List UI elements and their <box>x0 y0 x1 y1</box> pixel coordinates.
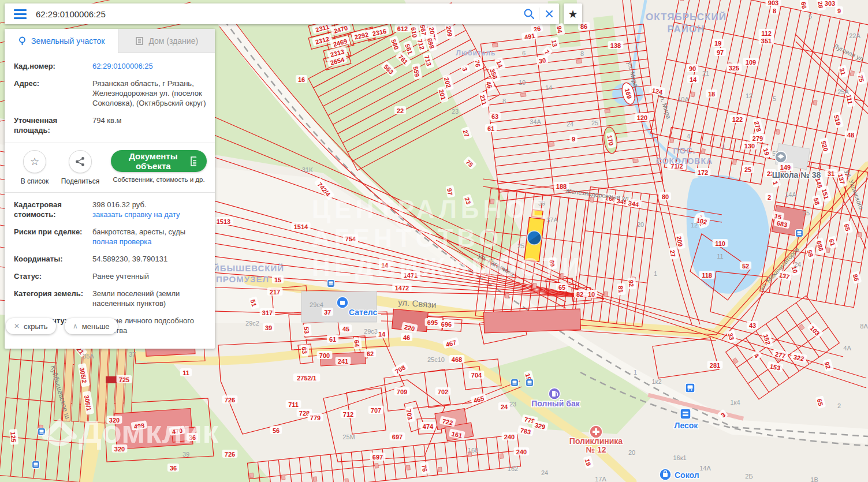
parcel-label: 241 <box>336 357 351 365</box>
svg-text:56: 56 <box>273 427 280 434</box>
search-icon[interactable] <box>519 4 539 24</box>
svg-text:61: 61 <box>329 336 336 343</box>
search-input[interactable] <box>35 9 519 20</box>
parcel-label: 82 <box>574 290 586 298</box>
district-label: РАЙОН <box>668 24 705 35</box>
svg-text:2Б: 2Б <box>745 473 752 480</box>
svg-text:39: 39 <box>265 324 272 331</box>
parcel-label: 725 <box>117 375 132 383</box>
svg-text:11: 11 <box>182 369 189 376</box>
svg-text:702: 702 <box>438 388 448 395</box>
divider <box>5 192 215 193</box>
svg-text:21: 21 <box>702 70 709 77</box>
field-label: Координаты: <box>14 254 92 264</box>
parcel-label: 1В <box>810 476 818 482</box>
parcel-label: 712 <box>341 410 356 418</box>
parcel-label: 726 <box>222 450 238 458</box>
collapse-panel-button[interactable]: ∧ меньше <box>65 318 118 334</box>
favorites-button[interactable]: ★ <box>564 3 582 24</box>
tab-building[interactable]: Дом (здание) <box>118 29 215 53</box>
panel-body: Кад.номер:62:29:0100006:25Адрес:Рязанска… <box>5 53 215 349</box>
parcel-label: 29с3 <box>364 328 378 335</box>
docs-caption: Собственник, стоимость и др. <box>111 176 207 183</box>
building-icon <box>135 36 144 45</box>
svg-text:712: 712 <box>343 411 353 418</box>
star-icon: ★ <box>568 8 578 21</box>
clear-search-icon[interactable] <box>539 4 559 24</box>
parcel-label: 52 <box>740 261 751 270</box>
svg-text:241: 241 <box>338 358 348 365</box>
parcel-label: 10 <box>586 290 597 298</box>
parcel-label: 16к1 <box>673 454 686 461</box>
parcel-label: 22 <box>394 106 406 114</box>
field-link[interactable]: заказать справку на дату <box>92 210 180 219</box>
svg-text:24: 24 <box>794 261 801 268</box>
parcel-label: 65 <box>556 283 568 291</box>
svg-text:10: 10 <box>588 291 595 298</box>
parcel-label: 39 <box>263 323 274 331</box>
parcel-label: 17А <box>595 476 606 482</box>
field-value-link[interactable]: 62:29:0100006:25 <box>92 61 153 71</box>
field-value: Рязанская область, г Рязань, Железнодоро… <box>92 79 207 108</box>
district-label: ОКТЯБРЬСКИЙ <box>646 12 727 23</box>
field-value: 398 016.32 руб.заказать справку на дату <box>92 200 180 219</box>
parcel-label: 46 <box>401 333 412 341</box>
svg-text:118: 118 <box>702 272 712 279</box>
chevron-up-icon: ∧ <box>73 322 78 330</box>
transit-stop-icon[interactable] <box>511 379 519 387</box>
svg-text:29с2: 29с2 <box>245 320 259 327</box>
parcel-label: 23 <box>452 108 459 115</box>
svg-text:25А: 25А <box>837 88 849 95</box>
add-to-list-label: В список <box>14 177 55 185</box>
svg-text:80: 80 <box>662 193 669 200</box>
parcel-label: 6 <box>809 13 812 20</box>
svg-text:279: 279 <box>752 135 763 142</box>
parcel-label: 162 <box>508 465 518 472</box>
parcel-label: 12 <box>691 222 698 229</box>
svg-text:240: 240 <box>504 434 515 440</box>
svg-text:903: 903 <box>768 0 778 6</box>
svg-text:63: 63 <box>491 113 498 120</box>
svg-text:325: 325 <box>729 65 739 72</box>
svg-text:23: 23 <box>509 401 516 408</box>
field-row: Кадастровая стоимость:398 016.32 руб.зак… <box>14 200 207 219</box>
parcel-label: 34А <box>530 118 541 125</box>
add-to-list-button[interactable]: ☆ <box>23 150 46 173</box>
svg-text:30: 30 <box>538 57 546 65</box>
parcel-label: 25А <box>837 88 849 95</box>
object-documents-button[interactable]: Документы объекта <box>111 150 207 172</box>
parcel-label: 9 <box>569 134 578 143</box>
svg-text:76: 76 <box>474 59 482 68</box>
transit-stop-icon[interactable] <box>796 230 803 237</box>
svg-text:474: 474 <box>423 423 434 430</box>
transit-stop-icon[interactable] <box>526 379 534 387</box>
svg-text:8: 8 <box>502 98 506 104</box>
share-button[interactable] <box>69 150 92 173</box>
svg-text:240: 240 <box>516 449 527 455</box>
parcel-label: 31К <box>302 166 313 173</box>
svg-text:8А: 8А <box>860 323 868 330</box>
transit-stop-icon[interactable] <box>32 461 40 469</box>
poi-bus[interactable] <box>686 383 695 393</box>
poi-сокол[interactable]: Сокол <box>660 469 699 480</box>
svg-text:317: 317 <box>262 309 273 316</box>
svg-text:1В: 1В <box>810 476 818 482</box>
field-link[interactable]: полная проверка <box>92 237 185 246</box>
parcel-label: 702 <box>435 387 451 395</box>
parcel-label: 149 <box>778 163 794 171</box>
field-value: Земли поселений (земли населенных пункто… <box>92 289 207 308</box>
menu-icon[interactable] <box>14 7 27 21</box>
hide-panel-button[interactable]: ✕ скрыть <box>6 318 56 334</box>
parcel-label: 474 <box>420 422 436 430</box>
parcel-label: 5 <box>773 95 776 102</box>
svg-text:10: 10 <box>519 79 526 86</box>
tab-land-parcel[interactable]: Земельный участок <box>5 29 118 53</box>
parcel-label: 63 <box>300 344 310 356</box>
house-logo-icon <box>40 413 79 450</box>
svg-text:90: 90 <box>689 65 696 72</box>
parcel-label: 25 <box>742 165 754 173</box>
svg-text:138: 138 <box>610 42 621 49</box>
svg-text:12: 12 <box>691 222 698 229</box>
parcel-label: 130 <box>742 141 758 150</box>
svg-text:20: 20 <box>628 449 635 456</box>
